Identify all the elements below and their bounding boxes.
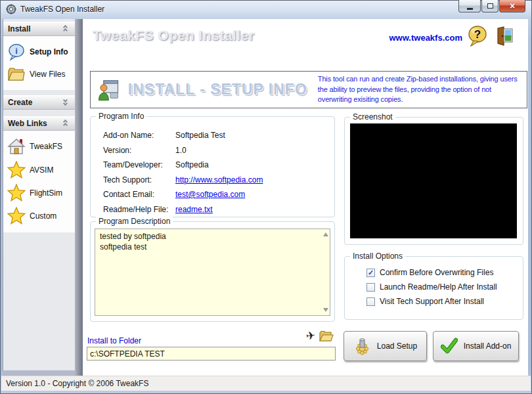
- sidebar-section-web-links[interactable]: Web Links: [3, 116, 75, 131]
- chevron-up-icon: [62, 25, 70, 33]
- sidebar: Install i Setup Info View Files C: [3, 19, 75, 370]
- browse-folder-icon[interactable]: [319, 330, 334, 342]
- item-label: Setup Info: [30, 47, 68, 56]
- green-check-icon: [441, 338, 458, 355]
- checkbox-icon[interactable]: ✓: [366, 269, 375, 277]
- star-icon: [7, 161, 26, 179]
- titlebar[interactable]: TweakFS Open Installer ×: [0, 0, 532, 19]
- app-window: TweakFS Open Installer × Install i Setup…: [0, 0, 532, 394]
- sidebar-item-view-files[interactable]: View Files: [3, 64, 75, 85]
- info-row: Contact Email:test@softpedia.com: [103, 190, 334, 199]
- sidebar-section-create[interactable]: Create: [3, 95, 75, 110]
- tech-support-link[interactable]: http://www.softpedia.com: [175, 175, 334, 185]
- program-description-group: Program Description tested by softpedia …: [90, 221, 335, 322]
- group-title: Program Description: [96, 217, 173, 226]
- exit-door-icon[interactable]: [495, 26, 514, 46]
- checkbox-launch-readme[interactable]: Launch Readme/Help After Install: [366, 282, 523, 292]
- program-info-group: Program Info Add-on Name:Softpedia Test …: [90, 116, 335, 217]
- button-label: Install Add-on: [464, 341, 512, 351]
- section-banner: INSTALL - SETUP INFO This tool can run a…: [90, 71, 527, 108]
- checkbox-confirm-overwrite[interactable]: ✓ Confirm Before Overwriting Files: [366, 268, 523, 277]
- group-title: Screenshot: [350, 112, 395, 121]
- sidebar-item-avsim[interactable]: AVSIM: [3, 158, 75, 181]
- contact-email-link[interactable]: test@softpedia.com: [175, 190, 334, 199]
- scroll-down-icon[interactable]: [323, 308, 328, 312]
- svg-text:?: ?: [474, 28, 481, 41]
- field-label: Version:: [103, 146, 175, 155]
- sidebar-item-custom[interactable]: Custom: [3, 204, 75, 227]
- button-label: Load Setup: [377, 341, 417, 351]
- close-icon: ×: [510, 1, 515, 11]
- minimize-button[interactable]: [458, 0, 481, 12]
- airplane-icon[interactable]: ✈: [305, 328, 317, 343]
- sidebar-section-install[interactable]: Install: [3, 22, 75, 36]
- main-content: TweakFS Open Installer www.tweakfs.com ?: [83, 19, 528, 376]
- info-row: Tech Support:http://www.softpedia.com: [103, 175, 334, 185]
- section-label: Create: [8, 98, 62, 107]
- folder-icon: [7, 66, 26, 82]
- banner-description: This tool can run and create Zip-based i…: [318, 74, 520, 104]
- install-to-folder-label: Install to Folder: [87, 336, 141, 345]
- star-icon: [7, 184, 26, 202]
- install-options-group: Install Options ✓ Confirm Before Overwri…: [344, 256, 523, 320]
- install-panel: i Setup Info View Files: [3, 36, 75, 90]
- item-label: FlightSim: [30, 188, 62, 198]
- svg-text:i: i: [15, 46, 18, 56]
- help-button[interactable]: ?: [468, 26, 487, 47]
- field-label: Readme/Help File:: [103, 205, 175, 214]
- install-folder-input[interactable]: c:\SOFTPEDIA TEST: [87, 347, 336, 361]
- chevron-up-icon: [62, 120, 70, 127]
- item-label: View Files: [30, 70, 65, 79]
- sidebar-separator: [75, 19, 83, 376]
- info-row: Version:1.0: [103, 146, 334, 155]
- checkbox-visit-support[interactable]: Visit Tech Support After Install: [366, 297, 523, 306]
- sidebar-item-setup-info[interactable]: i Setup Info: [3, 40, 75, 64]
- field-label: Contact Email:: [103, 190, 175, 199]
- section-label: Web Links: [8, 119, 62, 128]
- minimize-icon: [467, 8, 473, 10]
- install-addon-button[interactable]: Install Add-on: [433, 331, 519, 361]
- load-setup-button[interactable]: Load Setup: [344, 331, 427, 361]
- window-title: TweakFS Open Installer: [20, 5, 104, 14]
- gear-cylinder-icon: [353, 338, 371, 355]
- screenshot-group: Screenshot: [344, 117, 523, 245]
- header-band: TweakFS Open Installer www.tweakfs.com ?: [83, 19, 528, 63]
- maximize-button[interactable]: [481, 0, 499, 12]
- checkbox-icon[interactable]: [366, 283, 375, 292]
- website-link[interactable]: www.tweakfs.com: [389, 33, 463, 43]
- home-icon: [7, 137, 26, 156]
- section-label: Install: [8, 24, 62, 33]
- status-text: Version 1.0 - Copyright © 2006 TweakFS: [6, 379, 148, 388]
- setup-info-icon: [97, 76, 120, 104]
- field-label: Add-on Name:: [103, 131, 175, 140]
- info-row: Readme/Help File:readme.txt: [103, 205, 334, 214]
- scroll-up-icon[interactable]: [323, 232, 328, 236]
- info-row: Team/Developer:Softpedia: [103, 160, 334, 169]
- sidebar-item-tweakfs[interactable]: TweakFS: [3, 135, 75, 158]
- web-links-panel: TweakFS AVSIM FlightSim Custom: [3, 131, 75, 232]
- readme-link[interactable]: readme.txt: [175, 205, 334, 214]
- maximize-icon: [487, 3, 493, 9]
- status-bar: Version 1.0 - Copyright © 2006 TweakFS: [1, 376, 531, 391]
- addon-name-value: Softpedia Test: [175, 131, 334, 140]
- item-label: TweakFS: [30, 142, 62, 151]
- group-title: Install Options: [350, 252, 405, 261]
- sidebar-item-flightsim[interactable]: FlightSim: [3, 181, 75, 204]
- version-value: 1.0: [175, 146, 334, 155]
- item-label: Custom: [30, 211, 56, 221]
- checkbox-label: Launch Readme/Help After Install: [380, 282, 497, 292]
- page-title: TweakFS Open Installer: [93, 28, 254, 43]
- close-button[interactable]: ×: [499, 0, 525, 12]
- banner-title: INSTALL - SETUP INFO: [128, 81, 307, 98]
- developer-value: Softpedia: [175, 160, 334, 169]
- group-title: Program Info: [96, 112, 146, 121]
- checkbox-label: Confirm Before Overwriting Files: [380, 268, 493, 277]
- app-gear-icon: [6, 4, 16, 14]
- item-label: AVSIM: [30, 165, 53, 175]
- checkbox-icon[interactable]: [366, 297, 375, 306]
- info-row: Add-on Name:Softpedia Test: [103, 131, 334, 140]
- description-textarea[interactable]: tested by softpedia softpedia test: [95, 229, 330, 316]
- info-balloon-icon: i: [7, 43, 26, 61]
- field-label: Tech Support:: [103, 175, 175, 185]
- chevron-down-icon: [62, 98, 70, 106]
